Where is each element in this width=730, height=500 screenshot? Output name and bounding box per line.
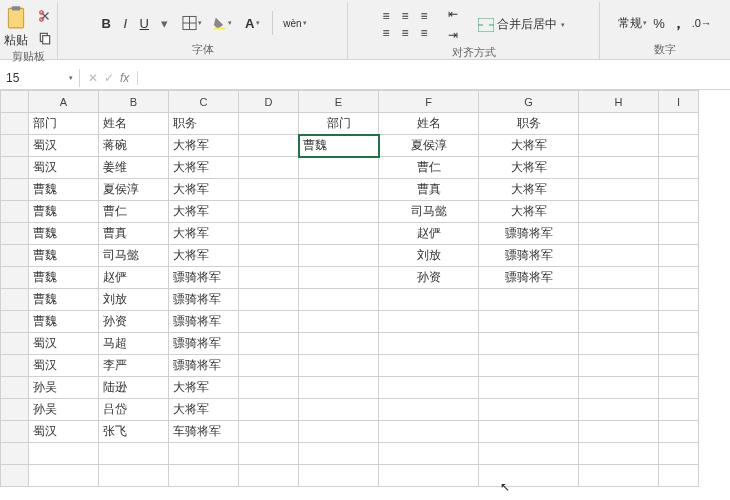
row-header[interactable]	[1, 421, 29, 443]
cell[interactable]	[579, 443, 659, 465]
cell[interactable]	[579, 465, 659, 487]
cell[interactable]: 曹真	[99, 223, 169, 245]
cell[interactable]: 司马懿	[99, 245, 169, 267]
cell[interactable]	[659, 465, 699, 487]
cell[interactable]	[29, 443, 99, 465]
increase-indent-button[interactable]: ⇥	[443, 25, 463, 45]
cell[interactable]	[239, 377, 299, 399]
cell[interactable]	[659, 245, 699, 267]
cell[interactable]	[169, 443, 239, 465]
cell[interactable]: 曹魏	[29, 267, 99, 289]
cell[interactable]: 曹魏	[29, 311, 99, 333]
cell[interactable]	[659, 179, 699, 201]
cell[interactable]: 蜀汉	[29, 421, 99, 443]
cell[interactable]: 蒋碗	[99, 135, 169, 157]
cell[interactable]	[579, 311, 659, 333]
underline-button[interactable]: U	[136, 16, 152, 31]
select-all-corner[interactable]	[1, 91, 29, 113]
cell[interactable]: 大将军	[169, 179, 239, 201]
cell[interactable]: 孙资	[99, 311, 169, 333]
paste-button[interactable]: 粘贴	[3, 4, 29, 49]
cell[interactable]	[579, 333, 659, 355]
cell[interactable]	[299, 289, 379, 311]
cell[interactable]	[659, 421, 699, 443]
fx-button[interactable]: fx	[120, 71, 129, 85]
cell[interactable]: 刘放	[379, 245, 479, 267]
row-header[interactable]	[1, 201, 29, 223]
cell[interactable]	[579, 399, 659, 421]
cell[interactable]	[299, 443, 379, 465]
cell[interactable]: 部门	[29, 113, 99, 135]
row-header[interactable]	[1, 223, 29, 245]
cell[interactable]	[239, 223, 299, 245]
cell[interactable]	[299, 311, 379, 333]
col-header[interactable]: D	[239, 91, 299, 113]
cell[interactable]: 曹魏	[29, 245, 99, 267]
cell[interactable]	[299, 421, 379, 443]
row-header[interactable]	[1, 399, 29, 421]
row-header[interactable]	[1, 113, 29, 135]
row-header[interactable]	[1, 465, 29, 487]
row-header[interactable]	[1, 245, 29, 267]
row-header[interactable]	[1, 333, 29, 355]
cell[interactable]	[239, 355, 299, 377]
cell[interactable]	[479, 355, 579, 377]
cell[interactable]: 张飞	[99, 421, 169, 443]
cell[interactable]: 大将军	[479, 179, 579, 201]
cell[interactable]	[239, 113, 299, 135]
italic-button[interactable]: I	[117, 16, 133, 31]
col-header[interactable]: B	[99, 91, 169, 113]
cell[interactable]	[239, 421, 299, 443]
cell[interactable]	[239, 179, 299, 201]
cell[interactable]	[659, 289, 699, 311]
cell[interactable]: 陆逊	[99, 377, 169, 399]
cell[interactable]	[239, 333, 299, 355]
cell[interactable]	[299, 267, 379, 289]
cell[interactable]: 蜀汉	[29, 355, 99, 377]
cell[interactable]: 车骑将军	[169, 421, 239, 443]
cell[interactable]: 骠骑将军	[169, 355, 239, 377]
row-header[interactable]	[1, 135, 29, 157]
cell[interactable]: 曹魏	[299, 135, 379, 157]
decrease-indent-button[interactable]: ⇤	[443, 4, 463, 24]
cell[interactable]: 曹魏	[29, 179, 99, 201]
cell[interactable]	[659, 135, 699, 157]
cell[interactable]	[379, 355, 479, 377]
cell[interactable]	[659, 201, 699, 223]
cell[interactable]	[579, 113, 659, 135]
spreadsheet-grid[interactable]: ABCDEFGHI部门姓名职务部门姓名职务蜀汉蒋碗大将军曹魏夏侯淳大将军蜀汉姜维…	[0, 90, 730, 500]
cell[interactable]	[299, 201, 379, 223]
cell[interactable]	[169, 465, 239, 487]
cell[interactable]	[579, 223, 659, 245]
cell[interactable]: 骠骑将军	[479, 245, 579, 267]
align-right-button[interactable]: ≡	[415, 25, 433, 41]
cell[interactable]	[579, 377, 659, 399]
cell[interactable]	[659, 157, 699, 179]
row-header[interactable]	[1, 289, 29, 311]
row-header[interactable]	[1, 443, 29, 465]
cell[interactable]	[579, 157, 659, 179]
col-header[interactable]: H	[579, 91, 659, 113]
cell[interactable]	[379, 377, 479, 399]
cell[interactable]	[299, 179, 379, 201]
align-middle-button[interactable]: ≡	[396, 8, 414, 24]
cell[interactable]	[299, 245, 379, 267]
col-header[interactable]: G	[479, 91, 579, 113]
cell[interactable]	[239, 399, 299, 421]
cell[interactable]: 职务	[479, 113, 579, 135]
cell[interactable]: 曹魏	[29, 223, 99, 245]
cell[interactable]	[379, 421, 479, 443]
col-header[interactable]: A	[29, 91, 99, 113]
cell[interactable]	[479, 311, 579, 333]
cell[interactable]: 骠骑将军	[479, 267, 579, 289]
cell[interactable]: 大将军	[169, 377, 239, 399]
cell[interactable]	[99, 465, 169, 487]
cell[interactable]: 骠骑将军	[169, 267, 239, 289]
cell[interactable]: 大将军	[479, 201, 579, 223]
formula-input[interactable]	[138, 76, 730, 80]
row-header[interactable]	[1, 377, 29, 399]
cell[interactable]	[299, 377, 379, 399]
cell[interactable]	[29, 465, 99, 487]
cell[interactable]	[299, 399, 379, 421]
col-header[interactable]: E	[299, 91, 379, 113]
